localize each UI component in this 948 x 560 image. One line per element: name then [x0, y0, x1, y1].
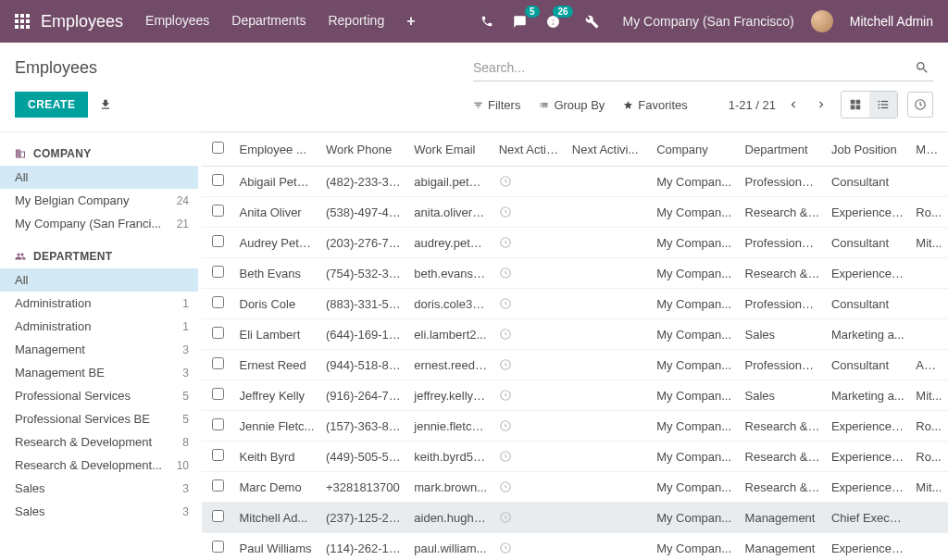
cell-department: Research & ... — [740, 258, 826, 289]
clock-icon — [499, 480, 561, 493]
avatar[interactable] — [811, 10, 833, 32]
sidebar-dept-item[interactable]: Professional Services5 — [0, 384, 198, 407]
nav-employees[interactable]: Employees — [145, 9, 209, 33]
cell-name: Marc Demo — [234, 472, 320, 503]
sidebar-company-label: My Company (San Franci... — [15, 217, 161, 230]
table-row[interactable]: Jennie Fletc...(157)-363-82...jennie.fle… — [202, 411, 948, 442]
sidebar-company-item[interactable]: All — [0, 166, 198, 189]
row-checkbox[interactable] — [212, 296, 224, 308]
cell-activity — [493, 533, 567, 561]
table-row[interactable]: Jeffrey Kelly(916)-264-73...jeffrey.kell… — [202, 380, 948, 411]
sidebar-dept-item[interactable]: Professional Services BE5 — [0, 407, 198, 430]
sidebar-dept-item[interactable]: Research & Development...10 — [0, 454, 198, 477]
sidebar-dept-label: Management — [15, 342, 85, 356]
cell-name: Beth Evans — [234, 258, 320, 289]
filters-button[interactable]: Filters — [473, 98, 520, 112]
table-row[interactable]: Anita Oliver(538)-497-48...anita.oliver3… — [202, 197, 948, 228]
cell-activity — [493, 411, 567, 442]
col-manager[interactable]: Ma... — [910, 132, 948, 167]
cell-job: Experienced ... — [826, 472, 910, 503]
col-activity-date[interactable]: Next Activi... — [567, 132, 651, 167]
cell-phone: (449)-505-51... — [320, 442, 408, 472]
activities-icon[interactable]: 26 — [545, 13, 562, 30]
pager-next[interactable] — [811, 94, 831, 115]
search-input[interactable] — [473, 56, 911, 79]
row-checkbox[interactable] — [212, 235, 224, 247]
row-checkbox[interactable] — [212, 449, 224, 461]
cell-email: abigail.peter... — [408, 167, 493, 197]
sidebar-company-count: 21 — [177, 218, 189, 230]
table-row[interactable]: Eli Lambert(644)-169-13...eli.lambert2..… — [202, 319, 948, 350]
view-kanban[interactable] — [842, 92, 869, 118]
create-button[interactable]: CREATE — [15, 92, 88, 118]
search-icon[interactable] — [911, 56, 933, 79]
table-row[interactable]: Paul Williams(114)-262-16...paul.william… — [202, 533, 948, 561]
col-activity[interactable]: Next Activity — [493, 132, 567, 167]
table-scroll[interactable]: Employee ... Work Phone Work Email Next … — [202, 132, 948, 560]
sidebar-dept-item[interactable]: Administration1 — [0, 315, 198, 338]
cell-department: Sales — [740, 380, 826, 411]
sidebar-dept-label: All — [15, 273, 28, 287]
user-name[interactable]: Mitchell Admin — [850, 14, 933, 29]
table-row[interactable]: Mitchell Ad...(237)-125-23...aiden.hughe… — [202, 503, 948, 533]
row-checkbox[interactable] — [212, 205, 224, 217]
cell-phone: (482)-233-33... — [320, 167, 408, 197]
table-row[interactable]: Keith Byrd(449)-505-51...keith.byrd52...… — [202, 442, 948, 472]
row-checkbox[interactable] — [212, 479, 224, 492]
cell-manager: Mit... — [910, 380, 948, 411]
messages-icon[interactable]: 5 — [512, 13, 529, 30]
apps-icon[interactable] — [15, 14, 30, 29]
nav-reporting[interactable]: Reporting — [328, 9, 384, 33]
table-row[interactable]: Ernest Reed(944)-518-82...ernest.reed4..… — [202, 350, 948, 380]
col-phone[interactable]: Work Phone — [320, 132, 408, 167]
row-checkbox[interactable] — [212, 357, 224, 369]
sidebar-dept-item[interactable]: All — [0, 268, 198, 292]
plus-icon[interactable]: + — [406, 9, 415, 33]
row-checkbox-cell — [202, 472, 234, 503]
groupby-button[interactable]: Group By — [539, 98, 605, 112]
view-list[interactable] — [869, 92, 897, 118]
sidebar-company-item[interactable]: My Belgian Company24 — [0, 189, 198, 212]
row-checkbox[interactable] — [212, 541, 224, 553]
sidebar-dept-item[interactable]: Research & Development8 — [0, 430, 198, 454]
phone-icon[interactable] — [479, 13, 495, 30]
sidebar-company-item[interactable]: My Company (San Franci...21 — [0, 212, 198, 235]
import-icon[interactable] — [99, 98, 112, 111]
favorites-button[interactable]: Favorites — [623, 98, 687, 112]
cell-phone: (883)-331-53... — [320, 289, 408, 319]
pager-prev[interactable] — [783, 94, 804, 115]
tools-icon[interactable] — [584, 13, 601, 30]
row-checkbox[interactable] — [212, 266, 224, 278]
table-row[interactable]: Audrey Peter...(203)-276-79...audrey.pet… — [202, 228, 948, 258]
nav-departments[interactable]: Departments — [231, 9, 306, 33]
cell-manager — [910, 258, 948, 289]
table-row[interactable]: Marc Demo+3281813700mark.brown...My Comp… — [202, 472, 948, 503]
sidebar-dept-item[interactable]: Management3 — [0, 338, 198, 361]
table-row[interactable]: Doris Cole(883)-331-53...doris.cole31...… — [202, 289, 948, 319]
app-brand[interactable]: Employees — [41, 12, 123, 31]
col-employee[interactable]: Employee ... — [234, 132, 320, 167]
cell-job: Chief Execut... — [826, 503, 910, 533]
row-checkbox[interactable] — [212, 174, 224, 186]
row-checkbox[interactable] — [212, 327, 224, 339]
col-job[interactable]: Job Position — [826, 132, 910, 167]
table-row[interactable]: Abigail Peter...(482)-233-33...abigail.p… — [202, 167, 948, 197]
sidebar-dept-item[interactable]: Sales3 — [0, 477, 198, 500]
clock-icon — [499, 328, 561, 341]
table-row[interactable]: Beth Evans(754)-532-38...beth.evans7...M… — [202, 258, 948, 289]
col-department[interactable]: Department — [740, 132, 826, 167]
sidebar-dept-item[interactable]: Administration1 — [0, 292, 198, 315]
sidebar-dept-item[interactable]: Management BE3 — [0, 361, 198, 384]
col-company[interactable]: Company — [651, 132, 739, 167]
view-activity[interactable] — [907, 92, 933, 118]
content: Employee ... Work Phone Work Email Next … — [202, 131, 948, 560]
cell-manager — [910, 167, 948, 197]
row-checkbox[interactable] — [212, 510, 224, 522]
row-checkbox[interactable] — [212, 388, 224, 400]
row-checkbox[interactable] — [212, 418, 224, 430]
sidebar-dept-item[interactable]: Sales3 — [0, 500, 198, 523]
select-all-checkbox[interactable] — [212, 142, 224, 154]
company-switcher[interactable]: My Company (San Francisco) — [623, 14, 794, 29]
col-email[interactable]: Work Email — [408, 132, 493, 167]
cell-activity-date — [567, 472, 651, 503]
